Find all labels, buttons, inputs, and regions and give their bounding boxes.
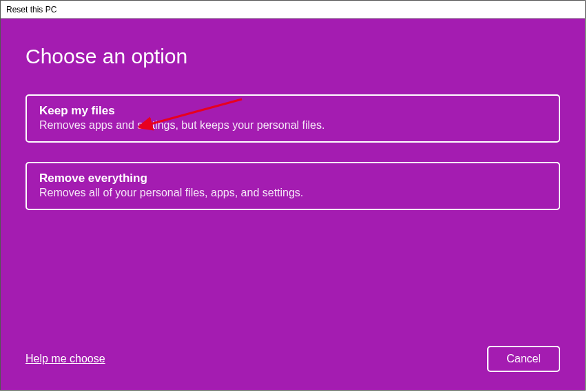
option-keep-my-files[interactable]: Keep my files Removes apps and settings,… xyxy=(25,94,560,143)
option-title: Remove everything xyxy=(39,172,546,185)
option-description: Removes all of your personal files, apps… xyxy=(39,187,546,199)
reset-pc-window: Reset this PC Choose an option Keep my f… xyxy=(0,0,586,391)
cancel-button[interactable]: Cancel xyxy=(487,346,560,372)
titlebar: Reset this PC xyxy=(1,1,585,19)
content-area: Choose an option Keep my files Removes a… xyxy=(1,19,585,390)
footer: Help me choose Cancel xyxy=(25,346,560,372)
option-remove-everything[interactable]: Remove everything Removes all of your pe… xyxy=(25,162,560,210)
page-heading: Choose an option xyxy=(25,45,560,68)
help-me-choose-link[interactable]: Help me choose xyxy=(25,353,105,365)
window-title: Reset this PC xyxy=(6,5,56,14)
option-title: Keep my files xyxy=(39,104,546,118)
option-description: Removes apps and settings, but keeps you… xyxy=(39,119,546,132)
